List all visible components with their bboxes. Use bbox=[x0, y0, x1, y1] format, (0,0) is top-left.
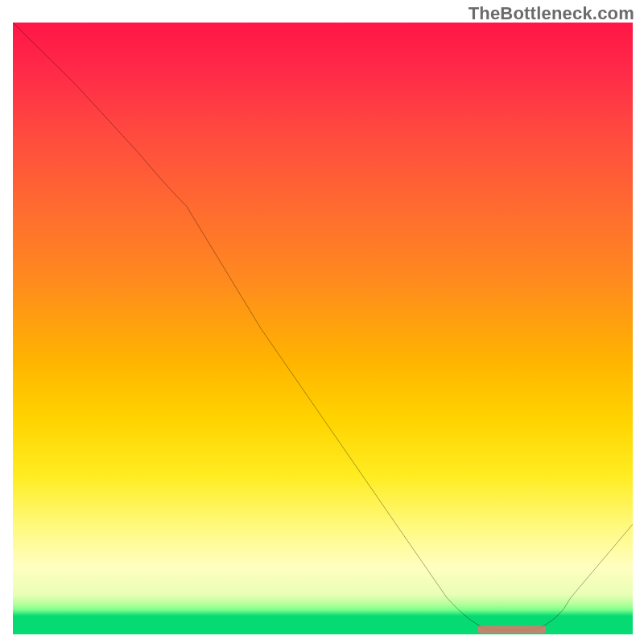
gradient-plot-area bbox=[13, 23, 633, 634]
watermark-text: TheBottleneck.com bbox=[469, 3, 634, 24]
chart-stage: TheBottleneck.com bbox=[0, 0, 644, 644]
